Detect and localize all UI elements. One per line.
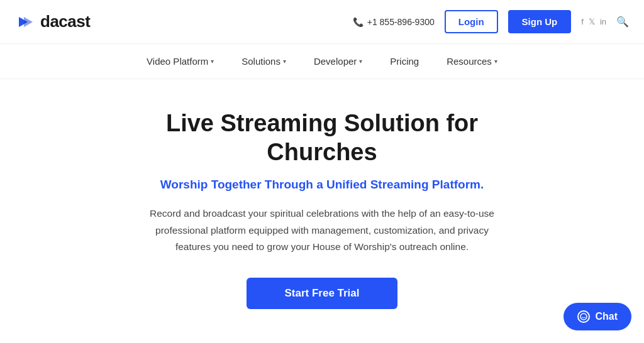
- nav-label-resources: Resources: [447, 56, 492, 67]
- chevron-down-icon: ▾: [211, 58, 214, 65]
- svg-point-2: [580, 313, 587, 320]
- nav-label-developer: Developer: [314, 56, 357, 67]
- header-right: 📞 +1 855-896-9300 Login Sign Up f 𝕏 in 🔍: [353, 10, 629, 33]
- svg-marker-1: [24, 17, 33, 27]
- chat-button[interactable]: Chat: [564, 303, 631, 330]
- nav-item-video-platform[interactable]: Video Platform ▾: [133, 44, 228, 79]
- logo[interactable]: dacast: [15, 12, 90, 32]
- chevron-down-icon: ▾: [359, 58, 362, 65]
- chat-icon: [577, 310, 590, 323]
- search-icon[interactable]: 🔍: [616, 16, 629, 28]
- phone-icon: 📞: [353, 17, 364, 27]
- nav-label-solutions: Solutions: [242, 56, 280, 67]
- chat-label: Chat: [595, 311, 618, 322]
- social-icons: f 𝕏 in: [581, 17, 606, 26]
- nav-label-pricing: Pricing: [390, 56, 419, 67]
- logo-text: dacast: [40, 12, 90, 31]
- hero-title: Live Streaming Solution for Churches: [126, 109, 518, 166]
- nav-item-developer[interactable]: Developer ▾: [300, 44, 376, 79]
- phone-number: +1 855-896-9300: [367, 17, 435, 27]
- nav-item-resources[interactable]: Resources ▾: [433, 44, 511, 79]
- facebook-icon[interactable]: f: [581, 17, 584, 26]
- linkedin-icon[interactable]: in: [600, 17, 606, 26]
- chevron-down-icon: ▾: [283, 58, 286, 65]
- login-button[interactable]: Login: [445, 10, 498, 33]
- chevron-down-icon: ▾: [494, 58, 497, 65]
- nav-label-video-platform: Video Platform: [147, 56, 208, 67]
- logo-icon: [15, 12, 35, 32]
- hero-description: Record and broadcast your spiritual cele…: [140, 205, 504, 255]
- hero-subtitle: Worship Together Through a Unified Strea…: [160, 178, 484, 192]
- hero-section: Live Streaming Solution for Churches Wor…: [0, 79, 644, 309]
- signup-button[interactable]: Sign Up: [508, 10, 572, 33]
- nav-item-solutions[interactable]: Solutions ▾: [228, 44, 300, 79]
- main-nav: Video Platform ▾ Solutions ▾ Developer ▾…: [0, 44, 644, 79]
- phone-area: 📞 +1 855-896-9300: [353, 17, 435, 27]
- nav-item-pricing[interactable]: Pricing: [376, 44, 433, 79]
- start-free-trial-button[interactable]: Start Free Trial: [247, 278, 397, 309]
- twitter-icon[interactable]: 𝕏: [589, 17, 595, 26]
- header: dacast 📞 +1 855-896-9300 Login Sign Up f…: [0, 0, 644, 44]
